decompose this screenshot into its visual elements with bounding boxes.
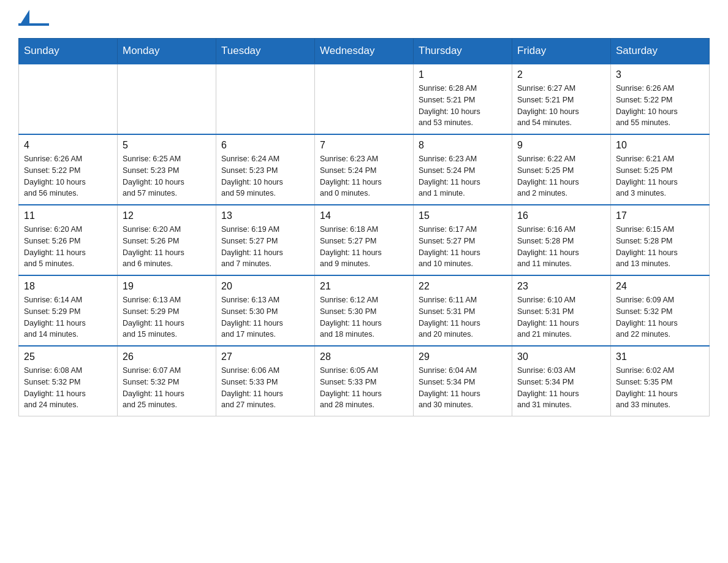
calendar-cell: 8Sunrise: 6:23 AM Sunset: 5:24 PM Daylig… <box>414 134 512 205</box>
calendar-cell: 24Sunrise: 6:09 AM Sunset: 5:32 PM Dayli… <box>611 275 710 346</box>
day-number: 3 <box>616 69 704 80</box>
calendar-week-4: 18Sunrise: 6:14 AM Sunset: 5:29 PM Dayli… <box>19 275 710 346</box>
day-info: Sunrise: 6:23 AM Sunset: 5:24 PM Dayligh… <box>320 153 408 199</box>
day-number: 4 <box>24 140 112 151</box>
calendar-cell: 2Sunrise: 6:27 AM Sunset: 5:21 PM Daylig… <box>512 64 611 134</box>
day-info: Sunrise: 6:02 AM Sunset: 5:35 PM Dayligh… <box>616 365 704 411</box>
day-info: Sunrise: 6:13 AM Sunset: 5:30 PM Dayligh… <box>221 294 309 340</box>
weekday-header-friday: Friday <box>512 39 611 64</box>
day-number: 6 <box>221 140 309 151</box>
day-number: 18 <box>24 281 112 292</box>
calendar-cell: 16Sunrise: 6:16 AM Sunset: 5:28 PM Dayli… <box>512 205 611 275</box>
day-number: 10 <box>616 140 704 151</box>
calendar-cell: 26Sunrise: 6:07 AM Sunset: 5:32 PM Dayli… <box>118 346 216 416</box>
day-number: 15 <box>419 210 507 221</box>
day-info: Sunrise: 6:10 AM Sunset: 5:31 PM Dayligh… <box>517 294 605 340</box>
day-info: Sunrise: 6:13 AM Sunset: 5:29 PM Dayligh… <box>123 294 211 340</box>
weekday-header-sunday: Sunday <box>19 39 118 64</box>
logo <box>18 12 53 26</box>
calendar-cell: 29Sunrise: 6:04 AM Sunset: 5:34 PM Dayli… <box>414 346 512 416</box>
calendar-cell: 10Sunrise: 6:21 AM Sunset: 5:25 PM Dayli… <box>611 134 710 205</box>
logo-triangle-icon <box>21 10 29 23</box>
weekday-header-row: SundayMondayTuesdayWednesdayThursdayFrid… <box>19 39 710 64</box>
day-number: 30 <box>517 351 605 362</box>
day-number: 31 <box>616 351 704 362</box>
day-number: 16 <box>517 210 605 221</box>
calendar-cell: 19Sunrise: 6:13 AM Sunset: 5:29 PM Dayli… <box>118 275 216 346</box>
day-info: Sunrise: 6:06 AM Sunset: 5:33 PM Dayligh… <box>221 365 309 411</box>
day-info: Sunrise: 6:07 AM Sunset: 5:32 PM Dayligh… <box>123 365 211 411</box>
day-info: Sunrise: 6:21 AM Sunset: 5:25 PM Dayligh… <box>616 153 704 199</box>
day-number: 28 <box>320 351 408 362</box>
day-info: Sunrise: 6:14 AM Sunset: 5:29 PM Dayligh… <box>24 294 112 340</box>
day-number: 8 <box>419 140 507 151</box>
day-number: 27 <box>221 351 309 362</box>
day-info: Sunrise: 6:11 AM Sunset: 5:31 PM Dayligh… <box>419 294 507 340</box>
day-info: Sunrise: 6:16 AM Sunset: 5:28 PM Dayligh… <box>517 224 605 270</box>
day-number: 21 <box>320 281 408 292</box>
calendar-table: SundayMondayTuesdayWednesdayThursdayFrid… <box>18 38 710 416</box>
calendar-cell: 20Sunrise: 6:13 AM Sunset: 5:30 PM Dayli… <box>216 275 315 346</box>
day-info: Sunrise: 6:20 AM Sunset: 5:26 PM Dayligh… <box>24 224 112 270</box>
day-info: Sunrise: 6:09 AM Sunset: 5:32 PM Dayligh… <box>616 294 704 340</box>
day-info: Sunrise: 6:19 AM Sunset: 5:27 PM Dayligh… <box>221 224 309 270</box>
calendar-cell: 9Sunrise: 6:22 AM Sunset: 5:25 PM Daylig… <box>512 134 611 205</box>
calendar-cell: 22Sunrise: 6:11 AM Sunset: 5:31 PM Dayli… <box>414 275 512 346</box>
calendar-cell: 31Sunrise: 6:02 AM Sunset: 5:35 PM Dayli… <box>611 346 710 416</box>
day-number: 14 <box>320 210 408 221</box>
day-info: Sunrise: 6:04 AM Sunset: 5:34 PM Dayligh… <box>419 365 507 411</box>
calendar-cell: 13Sunrise: 6:19 AM Sunset: 5:27 PM Dayli… <box>216 205 315 275</box>
day-info: Sunrise: 6:27 AM Sunset: 5:21 PM Dayligh… <box>517 83 605 129</box>
weekday-header-saturday: Saturday <box>611 39 710 64</box>
day-number: 5 <box>123 140 211 151</box>
day-number: 24 <box>616 281 704 292</box>
day-number: 9 <box>517 140 605 151</box>
day-info: Sunrise: 6:18 AM Sunset: 5:27 PM Dayligh… <box>320 224 408 270</box>
day-info: Sunrise: 6:05 AM Sunset: 5:33 PM Dayligh… <box>320 365 408 411</box>
day-info: Sunrise: 6:24 AM Sunset: 5:23 PM Dayligh… <box>221 153 309 199</box>
day-info: Sunrise: 6:15 AM Sunset: 5:28 PM Dayligh… <box>616 224 704 270</box>
day-number: 17 <box>616 210 704 221</box>
day-info: Sunrise: 6:26 AM Sunset: 5:22 PM Dayligh… <box>616 83 704 129</box>
calendar-cell: 15Sunrise: 6:17 AM Sunset: 5:27 PM Dayli… <box>414 205 512 275</box>
day-info: Sunrise: 6:26 AM Sunset: 5:22 PM Dayligh… <box>24 153 112 199</box>
calendar-cell: 5Sunrise: 6:25 AM Sunset: 5:23 PM Daylig… <box>118 134 216 205</box>
day-number: 22 <box>419 281 507 292</box>
day-number: 13 <box>221 210 309 221</box>
day-info: Sunrise: 6:08 AM Sunset: 5:32 PM Dayligh… <box>24 365 112 411</box>
calendar-cell: 23Sunrise: 6:10 AM Sunset: 5:31 PM Dayli… <box>512 275 611 346</box>
calendar-cell: 7Sunrise: 6:23 AM Sunset: 5:24 PM Daylig… <box>315 134 414 205</box>
day-number: 23 <box>517 281 605 292</box>
calendar-cell: 18Sunrise: 6:14 AM Sunset: 5:29 PM Dayli… <box>19 275 118 346</box>
day-info: Sunrise: 6:03 AM Sunset: 5:34 PM Dayligh… <box>517 365 605 411</box>
page-header <box>18 12 710 26</box>
calendar-week-2: 4Sunrise: 6:26 AM Sunset: 5:22 PM Daylig… <box>19 134 710 205</box>
calendar-week-3: 11Sunrise: 6:20 AM Sunset: 5:26 PM Dayli… <box>19 205 710 275</box>
day-number: 2 <box>517 69 605 80</box>
calendar-cell: 25Sunrise: 6:08 AM Sunset: 5:32 PM Dayli… <box>19 346 118 416</box>
calendar-cell: 28Sunrise: 6:05 AM Sunset: 5:33 PM Dayli… <box>315 346 414 416</box>
day-info: Sunrise: 6:25 AM Sunset: 5:23 PM Dayligh… <box>123 153 211 199</box>
weekday-header-wednesday: Wednesday <box>315 39 414 64</box>
calendar-week-5: 25Sunrise: 6:08 AM Sunset: 5:32 PM Dayli… <box>19 346 710 416</box>
day-number: 25 <box>24 351 112 362</box>
calendar-cell: 1Sunrise: 6:28 AM Sunset: 5:21 PM Daylig… <box>414 64 512 134</box>
logo-bar <box>18 23 49 26</box>
day-number: 19 <box>123 281 211 292</box>
day-number: 29 <box>419 351 507 362</box>
day-info: Sunrise: 6:28 AM Sunset: 5:21 PM Dayligh… <box>419 83 507 129</box>
calendar-cell: 4Sunrise: 6:26 AM Sunset: 5:22 PM Daylig… <box>19 134 118 205</box>
calendar-cell: 21Sunrise: 6:12 AM Sunset: 5:30 PM Dayli… <box>315 275 414 346</box>
weekday-header-thursday: Thursday <box>414 39 512 64</box>
day-number: 1 <box>419 69 507 80</box>
day-number: 20 <box>221 281 309 292</box>
calendar-cell: 14Sunrise: 6:18 AM Sunset: 5:27 PM Dayli… <box>315 205 414 275</box>
weekday-header-tuesday: Tuesday <box>216 39 315 64</box>
calendar-cell: 12Sunrise: 6:20 AM Sunset: 5:26 PM Dayli… <box>118 205 216 275</box>
calendar-cell: 27Sunrise: 6:06 AM Sunset: 5:33 PM Dayli… <box>216 346 315 416</box>
day-number: 7 <box>320 140 408 151</box>
calendar-cell <box>118 64 216 134</box>
calendar-cell: 30Sunrise: 6:03 AM Sunset: 5:34 PM Dayli… <box>512 346 611 416</box>
day-number: 26 <box>123 351 211 362</box>
calendar-cell: 11Sunrise: 6:20 AM Sunset: 5:26 PM Dayli… <box>19 205 118 275</box>
